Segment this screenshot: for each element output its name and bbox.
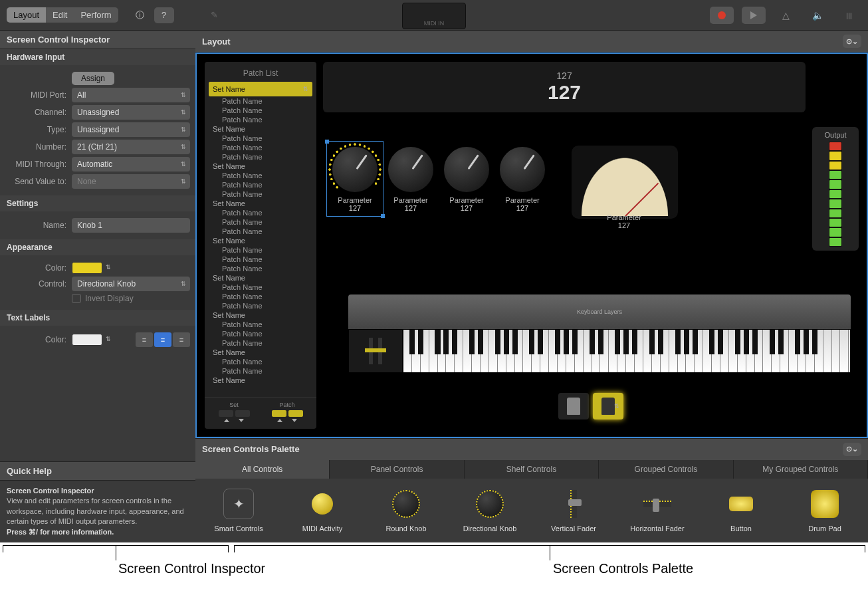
control-select[interactable]: Directional Knob [72, 277, 190, 291]
patch-name-row[interactable]: Patch Name [209, 171, 312, 180]
tuner-icon[interactable]: ✎ [205, 7, 225, 23]
set-name-row[interactable]: Set Name [209, 376, 312, 385]
set-name-row[interactable]: Set Name [209, 82, 312, 96]
palette-tab-2[interactable]: Shelf Controls [465, 460, 599, 479]
patch-name-row[interactable]: Patch Name [209, 255, 312, 264]
palette-item-smart-controls[interactable]: ✦Smart Controls [209, 488, 269, 533]
play-button[interactable] [742, 7, 766, 24]
mixer-icon[interactable]: ⫼ [837, 7, 861, 24]
svg-point-79 [333, 154, 335, 156]
palette-item-horizontal-fader[interactable]: Horizontal Fader [627, 488, 687, 533]
keyboard-wheels[interactable] [348, 329, 403, 373]
keyboard-keys[interactable] [403, 329, 851, 373]
patch-name-row[interactable]: Patch Name [209, 357, 312, 366]
palette-tab-3[interactable]: Grouped Controls [599, 460, 733, 479]
knob-4[interactable]: Parameter 127 [498, 146, 546, 212]
patch-name-row[interactable]: Patch Name [209, 301, 312, 310]
invert-checkbox[interactable] [72, 294, 81, 303]
set-name-row[interactable]: Set Name [209, 348, 312, 357]
knob-3[interactable]: Parameter 127 [443, 146, 490, 212]
set-down-icon[interactable] [239, 419, 244, 422]
layout-canvas[interactable]: Patch List Set NamePatch NamePatch NameP… [195, 53, 868, 438]
keyboard-control[interactable]: Keyboard Layers [348, 294, 851, 381]
align-right-button[interactable]: ≡ [173, 332, 190, 347]
patch-name-row[interactable]: Patch Name [209, 245, 312, 255]
patch-name-row[interactable]: Patch Name [209, 329, 312, 338]
output-meter[interactable]: Output [812, 127, 859, 251]
patch-name-row[interactable]: Patch Name [209, 152, 312, 162]
palette-item-label: Round Knob [385, 524, 426, 533]
palette-item-icon [725, 488, 757, 520]
palette-item-button[interactable]: Button [711, 488, 771, 533]
patch-name-row[interactable]: Patch Name [209, 115, 312, 124]
appearance-color-swatch[interactable] [72, 262, 102, 274]
channel-select[interactable]: Unassigned [72, 105, 190, 120]
speaker-icon[interactable]: 🔈 [806, 7, 829, 24]
patch-up-icon[interactable] [277, 419, 282, 422]
palette-item-vertical-fader[interactable]: Vertical Fader [544, 488, 603, 533]
palette-tab-4[interactable]: My Grouped Controls [734, 460, 868, 479]
patch-name-row[interactable]: Patch Name [209, 217, 312, 227]
patch-name-row[interactable]: Patch Name [209, 208, 312, 217]
mode-edit[interactable]: Edit [46, 7, 74, 23]
patch-name-row[interactable]: Patch Name [209, 338, 312, 348]
patch-name-row[interactable]: Patch Name [209, 143, 312, 152]
set-name-row[interactable]: Set Name [209, 124, 312, 134]
number-select[interactable]: 21 (Ctrl 21) [72, 140, 190, 154]
info-icon[interactable]: ⓘ [130, 7, 150, 23]
midi-port-select[interactable]: All [72, 88, 190, 102]
patch-name-row[interactable]: Patch Name [209, 189, 312, 199]
patch-list-panel[interactable]: Patch List Set NamePatch NamePatch NameP… [205, 62, 316, 429]
send-value-to-select[interactable]: None [72, 174, 190, 189]
patch-name-row[interactable]: Patch Name [209, 292, 312, 301]
set-name-row[interactable]: Set Name [209, 236, 312, 245]
patch-name-row[interactable]: Patch Name [209, 366, 312, 376]
set-name-row[interactable]: Set Name [209, 162, 312, 171]
record-button[interactable] [710, 7, 734, 24]
pedal-2[interactable] [593, 393, 623, 419]
assign-button[interactable]: Assign [72, 72, 114, 85]
patch-name-row[interactable]: Patch Name [209, 264, 312, 273]
type-select[interactable]: Unassigned [72, 122, 190, 137]
vu-meter[interactable] [572, 146, 678, 219]
palette-tab-0[interactable]: All Controls [195, 460, 330, 479]
pedal-1[interactable] [558, 393, 589, 419]
set-btn-2[interactable] [235, 410, 250, 417]
align-center-button[interactable]: ≡ [154, 332, 171, 347]
patch-down-icon[interactable] [292, 419, 297, 422]
palette-panel: Screen Controls Palette ⊙⌄ All ControlsP… [195, 438, 868, 542]
palette-item-directional-knob[interactable]: Directional Knob [460, 488, 520, 533]
midi-through-select[interactable]: Automatic [72, 157, 190, 172]
patch-name-row[interactable]: Patch Name [209, 96, 312, 106]
patch-name-row[interactable]: Patch Name [209, 134, 312, 143]
knob-2[interactable]: Parameter 127 [387, 146, 435, 212]
palette-item-midi-activity[interactable]: MIDI Activity [292, 488, 352, 533]
parameter-display[interactable]: 127 127 [323, 62, 806, 112]
name-field[interactable]: Knob 1 [72, 218, 190, 233]
patch-name-row[interactable]: Patch Name [209, 283, 312, 292]
patch-name-row[interactable]: Patch Name [209, 180, 312, 189]
metronome-icon[interactable]: △ [774, 7, 798, 24]
set-name-row[interactable]: Set Name [209, 310, 312, 320]
set-name-row[interactable]: Set Name [209, 199, 312, 208]
help-icon[interactable]: ? [154, 7, 174, 23]
text-color-swatch[interactable] [72, 334, 102, 346]
mode-perform[interactable]: Perform [74, 7, 118, 23]
layout-more-button[interactable]: ⊙⌄ [843, 35, 861, 48]
patch-btn-2[interactable] [288, 410, 303, 417]
palette-item-round-knob[interactable]: Round Knob [376, 488, 436, 533]
set-up-icon[interactable] [224, 419, 229, 422]
palette-more-button[interactable]: ⊙⌄ [843, 443, 861, 456]
patch-name-row[interactable]: Patch Name [209, 227, 312, 236]
control-label: Control: [5, 279, 72, 289]
patch-name-row[interactable]: Patch Name [209, 106, 312, 115]
palette-item-drum-pad[interactable]: Drum Pad [795, 488, 855, 533]
set-btn-1[interactable] [219, 410, 233, 417]
mode-layout[interactable]: Layout [7, 7, 46, 23]
align-left-button[interactable]: ≡ [136, 332, 153, 347]
patch-name-row[interactable]: Patch Name [209, 320, 312, 329]
display-small: 127 [556, 70, 572, 81]
patch-btn-1[interactable] [272, 410, 286, 417]
set-name-row[interactable]: Set Name [209, 273, 312, 283]
palette-tab-1[interactable]: Panel Controls [330, 460, 464, 479]
